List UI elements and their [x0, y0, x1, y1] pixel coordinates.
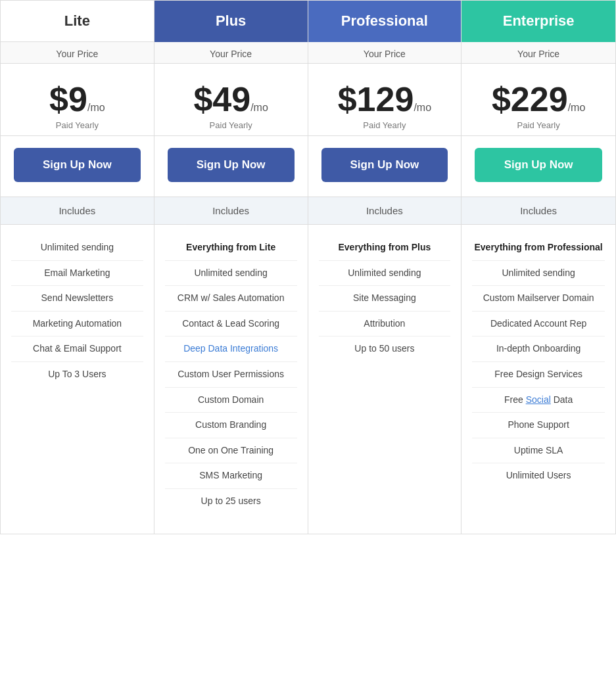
includes-label-plus: Includes [154, 197, 308, 225]
feature-item: Marketing Automation [11, 312, 143, 337]
feature-item: Uptime SLA [472, 438, 605, 464]
feature-item: Chat & Email Support [11, 336, 143, 362]
feature-item: Deep Data Integrations [165, 336, 297, 362]
btn-cell-plus: Sign Up Now [154, 136, 308, 197]
includes-label-professional: Includes [308, 197, 462, 225]
feature-item: Custom Mailserver Domain [472, 286, 605, 312]
feature-item: Phone Support [472, 413, 605, 438]
feature-item: Up To 3 Users [11, 362, 143, 387]
feature-item: Dedicated Account Rep [472, 312, 605, 337]
plan-header-enterprise: Enterprise [462, 1, 615, 42]
feature-item: Send Newsletters [11, 286, 143, 312]
feature-item: One on One Training [165, 438, 297, 464]
feature-item: Unlimited sending [319, 261, 451, 287]
plan-header-lite: Lite [1, 1, 154, 42]
feature-item: CRM w/ Sales Automation [165, 286, 297, 312]
price-plus: $49 /mo Paid Yearly [154, 64, 308, 136]
feature-item: Free Design Services [472, 362, 605, 388]
signup-button-professional[interactable]: Sign Up Now [321, 148, 448, 182]
feature-item: Up to 25 users [165, 489, 297, 514]
price-enterprise: $229 /mo Paid Yearly [462, 64, 615, 136]
feature-item: Everything from Plus [319, 235, 451, 261]
btn-cell-professional: Sign Up Now [308, 136, 462, 197]
includes-label-enterprise: Includes [462, 197, 615, 225]
price-label-professional: Your Price [308, 42, 462, 64]
feature-item: Unlimited sending [472, 261, 605, 287]
feature-item: Email Marketing [11, 261, 143, 287]
plan-header-plus: Plus [154, 1, 308, 42]
feature-item: Everything from Lite [165, 235, 297, 261]
includes-label-lite: Includes [1, 197, 154, 225]
feature-item: Attribution [319, 312, 451, 337]
price-label-plus: Your Price [154, 42, 308, 64]
price-lite: $9 /mo Paid Yearly [1, 64, 154, 136]
signup-button-enterprise[interactable]: Sign Up Now [475, 148, 602, 182]
signup-button-lite[interactable]: Sign Up Now [14, 148, 141, 182]
pricing-table: Lite Plus Professional Enterprise Your P… [0, 0, 616, 534]
signup-button-plus[interactable]: Sign Up Now [168, 148, 295, 182]
feature-item: Custom Domain [165, 388, 297, 413]
feature-item: Everything from Professional [472, 235, 605, 261]
feature-item: In-depth Onboarding [472, 336, 605, 362]
feature-item: Unlimited Users [472, 463, 605, 488]
feature-item: Free Social Data [472, 388, 605, 413]
feature-item: Site Messaging [319, 286, 451, 312]
plan-header-professional: Professional [308, 1, 462, 42]
feature-item: Up to 50 users [319, 336, 451, 361]
price-label-lite: Your Price [1, 42, 154, 64]
feature-item: Unlimited sending [11, 235, 143, 261]
features-plus: Everything from LiteUnlimited sendingCRM… [154, 225, 308, 534]
btn-cell-lite: Sign Up Now [1, 136, 154, 197]
price-professional: $129 /mo Paid Yearly [308, 64, 462, 136]
features-lite: Unlimited sendingEmail MarketingSend New… [1, 225, 154, 534]
features-professional: Everything from PlusUnlimited sendingSit… [308, 225, 462, 534]
feature-item: Unlimited sending [165, 261, 297, 287]
feature-item: Contact & Lead Scoring [165, 312, 297, 337]
price-label-enterprise: Your Price [462, 42, 615, 64]
feature-item: Custom Branding [165, 413, 297, 438]
feature-item: Custom User Permissions [165, 362, 297, 388]
features-enterprise: Everything from ProfessionalUnlimited se… [462, 225, 615, 534]
btn-cell-enterprise: Sign Up Now [462, 136, 615, 197]
feature-item: SMS Marketing [165, 463, 297, 489]
